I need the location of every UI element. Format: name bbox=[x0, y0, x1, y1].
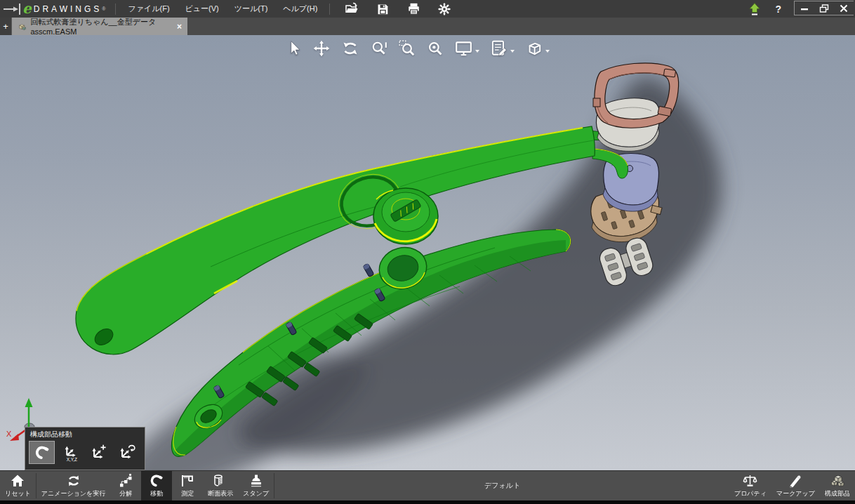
home-icon bbox=[10, 473, 25, 489]
close-button[interactable] bbox=[834, 3, 854, 14]
viewport-3d[interactable]: X bbox=[0, 35, 855, 470]
section-view-button[interactable]: 断面表示 bbox=[203, 471, 238, 500]
zoom-area-icon bbox=[398, 39, 416, 58]
publish-up-arrow-icon bbox=[748, 2, 761, 16]
tab-filename: 回転式軟膏塗りちゃん__金型データasscm.EASM bbox=[30, 17, 173, 36]
help-button[interactable]: ? bbox=[769, 4, 787, 15]
logo-e: e bbox=[22, 0, 32, 17]
move-label: 移動 bbox=[150, 489, 163, 498]
upper-arm-knob[interactable] bbox=[373, 188, 438, 244]
zoom-tool-button[interactable] bbox=[370, 39, 388, 58]
title-bar: e DRAWINGS ® ファイル(F) ビュー(V) ツール(T) ヘルプ(H… bbox=[0, 0, 855, 18]
components-cubes-icon bbox=[830, 473, 846, 489]
new-tab-button[interactable]: + bbox=[0, 18, 12, 35]
view-toolbar bbox=[284, 39, 550, 58]
markup-button[interactable]: マークアップ bbox=[771, 471, 820, 500]
menu-help[interactable]: ヘルプ(H) bbox=[275, 0, 325, 18]
zoom-fit-icon bbox=[426, 39, 444, 58]
move-xyz-caption: X,Y,Z bbox=[66, 456, 77, 461]
tab-bar: + 回転式軟膏塗りちゃん__金型データasscm.EASM × bbox=[0, 18, 855, 35]
play-animation-label: アニメーションを実行 bbox=[41, 489, 105, 498]
rotate-icon bbox=[340, 39, 360, 58]
explode-button[interactable]: 分解 bbox=[110, 471, 141, 500]
open-button[interactable] bbox=[344, 1, 359, 17]
toolbar-separator bbox=[274, 473, 274, 498]
titlebar-divider2 bbox=[329, 4, 330, 15]
explode-steps-icon bbox=[118, 473, 133, 489]
chevron-down-icon[interactable] bbox=[510, 50, 515, 53]
markup-pad-icon bbox=[489, 39, 508, 58]
rotate-tool-button[interactable] bbox=[340, 39, 360, 58]
measure-label: 測定 bbox=[181, 489, 194, 498]
assembly-icon bbox=[18, 22, 26, 32]
drag-hand-icon bbox=[34, 444, 51, 461]
logo-arrow-icon bbox=[3, 4, 21, 15]
configuration-selector[interactable]: デフォルト bbox=[484, 481, 520, 491]
scales-icon bbox=[742, 473, 758, 489]
explode-label: 分解 bbox=[119, 489, 132, 498]
menu-file[interactable]: ファイル(F) bbox=[120, 0, 177, 18]
document-tab[interactable]: 回転式軟膏塗りちゃん__金型データasscm.EASM × bbox=[12, 18, 187, 35]
zoom-icon bbox=[370, 39, 388, 58]
move-component-panel-title: 構成部品移動 bbox=[25, 427, 145, 441]
move-along-axes-tool-button[interactable] bbox=[85, 441, 111, 464]
drag-hand-icon bbox=[149, 473, 164, 489]
pan-tool-button[interactable] bbox=[312, 39, 331, 58]
menu-tools[interactable]: ツール(T) bbox=[227, 0, 276, 18]
animation-loop-icon bbox=[66, 473, 81, 489]
minimize-button[interactable] bbox=[795, 3, 814, 14]
print-button[interactable] bbox=[406, 1, 421, 17]
section-cut-icon bbox=[213, 473, 228, 489]
cube-icon bbox=[524, 39, 543, 58]
stamp-label: スタンプ bbox=[243, 489, 269, 498]
rotate-component-icon bbox=[117, 444, 135, 462]
options-button[interactable] bbox=[437, 1, 452, 17]
reset-button[interactable]: リセット bbox=[0, 471, 36, 500]
properties-button[interactable]: プロパティ bbox=[729, 471, 771, 500]
orientation-tool-button[interactable] bbox=[524, 39, 550, 58]
close-icon bbox=[839, 4, 849, 13]
edrawings-logo: e DRAWINGS ® bbox=[0, 0, 111, 18]
maximize-icon bbox=[819, 4, 829, 13]
fullscreen-tool-button[interactable] bbox=[454, 39, 479, 58]
rotate-component-tool-button[interactable] bbox=[113, 441, 139, 464]
components-button[interactable]: 構成部品 bbox=[820, 471, 855, 500]
chevron-down-icon[interactable] bbox=[545, 50, 550, 53]
publish-button[interactable] bbox=[747, 1, 762, 17]
measure-caliper-icon bbox=[180, 473, 195, 489]
section-view-label: 断面表示 bbox=[208, 489, 233, 498]
settings-gear-icon bbox=[437, 2, 451, 16]
tab-close-icon[interactable]: × bbox=[177, 22, 182, 31]
monitor-icon bbox=[454, 39, 473, 58]
markup-label: マークアップ bbox=[776, 489, 815, 498]
window-bottom-edge bbox=[0, 500, 855, 504]
move-button[interactable]: 移動 bbox=[141, 471, 172, 500]
zoom-fit-tool-button[interactable] bbox=[426, 39, 444, 58]
logo-name: DRAWINGS bbox=[34, 4, 102, 14]
save-floppy-icon bbox=[376, 3, 389, 15]
move-xyz-icon: X,Y,Z bbox=[61, 444, 79, 462]
stamp-button[interactable]: スタンプ bbox=[238, 471, 274, 500]
window-controls bbox=[794, 1, 854, 15]
move-xyz-tool-button[interactable]: X,Y,Z bbox=[57, 441, 83, 464]
printer-icon bbox=[407, 2, 420, 15]
markup-view-tool-button[interactable] bbox=[489, 39, 515, 58]
chevron-down-icon[interactable] bbox=[475, 50, 479, 53]
save-button[interactable] bbox=[375, 1, 390, 17]
menu-view[interactable]: ビュー(V) bbox=[178, 0, 227, 18]
stamp-icon bbox=[248, 473, 264, 489]
play-animation-button[interactable]: アニメーションを実行 bbox=[37, 471, 110, 500]
move-component-panel: 構成部品移動 X,Y,Z bbox=[25, 427, 145, 470]
titlebar-divider bbox=[115, 4, 116, 15]
free-drag-tool-button[interactable] bbox=[29, 441, 55, 464]
properties-label: プロパティ bbox=[734, 489, 767, 498]
cursor-icon bbox=[284, 39, 303, 58]
select-tool-button[interactable] bbox=[284, 39, 303, 58]
zoom-area-tool-button[interactable] bbox=[398, 39, 416, 58]
logo-registered: ® bbox=[102, 6, 105, 11]
triad-x-label: X bbox=[6, 430, 12, 438]
measure-button[interactable]: 測定 bbox=[172, 471, 203, 500]
model-scene: X bbox=[0, 35, 855, 470]
edrawings-window: e DRAWINGS ® ファイル(F) ビュー(V) ツール(T) ヘルプ(H… bbox=[0, 0, 855, 504]
maximize-button[interactable] bbox=[814, 3, 834, 14]
